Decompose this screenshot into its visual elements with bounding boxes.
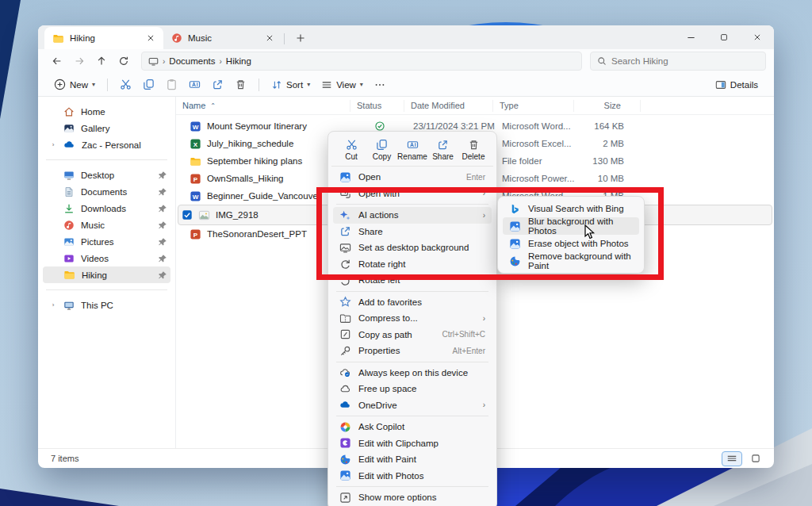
menu-item-set-as-desktop-background[interactable]: Set as desktop background	[333, 240, 492, 256]
menu-item-add-to-favorites[interactable]: Add to favorites	[333, 294, 492, 311]
menu-item-onedrive[interactable]: OneDrive›	[333, 397, 492, 414]
rename-button[interactable]	[184, 75, 205, 94]
minimize-button[interactable]	[674, 25, 707, 49]
menu-item-edit-with-paint[interactable]: Edit with Paint	[333, 451, 492, 468]
tab-label: Music	[188, 33, 258, 43]
context-strip-share[interactable]: Share	[428, 137, 458, 163]
menu-item-ai-actions[interactable]: AI actions›	[333, 207, 492, 224]
details-view-toggle[interactable]	[722, 451, 742, 466]
context-strip-cut[interactable]: Cut	[336, 137, 366, 163]
sidebar-item-pictures[interactable]: Pictures	[43, 233, 170, 250]
sort-button[interactable]: Sort ▾	[266, 75, 315, 94]
delete-button[interactable]	[230, 75, 251, 94]
svg-text:X: X	[193, 140, 198, 148]
expander-icon[interactable]: ›	[49, 301, 57, 309]
view-icon	[321, 79, 332, 90]
new-tab-button[interactable]	[291, 29, 310, 48]
pin-icon	[158, 270, 167, 280]
sidebar-item-home[interactable]: Home	[43, 103, 170, 120]
column-header-name[interactable]: Name⌃	[176, 100, 350, 112]
menu-item-label: Open	[358, 172, 459, 182]
breadcrumb[interactable]: › Documents › Hiking	[141, 52, 582, 71]
menu-item-always-keep-on-this-device[interactable]: Always keep on this device	[333, 365, 492, 381]
menu-item-copy-as-path[interactable]: Copy as pathCtrl+Shift+C	[333, 327, 492, 343]
more-options-button[interactable]	[370, 75, 390, 94]
menu-item-edit-with-clipchamp[interactable]: Edit with Clipchamp	[333, 435, 492, 452]
search-box[interactable]	[590, 52, 766, 71]
toolbar-separator	[259, 79, 259, 91]
menu-item-open-with[interactable]: Open with›	[333, 186, 492, 202]
sidebar-item-zac-personal[interactable]: ›Zac - Personal	[43, 136, 170, 153]
column-header-status[interactable]: Status	[350, 100, 404, 112]
onedrive-icon	[339, 399, 351, 411]
paint-icon	[339, 454, 351, 466]
share-button[interactable]	[207, 75, 228, 94]
search-input[interactable]	[611, 56, 759, 66]
sidebar-item-desktop[interactable]: Desktop	[43, 167, 170, 183]
menu-item-open[interactable]: OpenEnter	[333, 169, 492, 186]
view-button[interactable]: View ▾	[316, 75, 368, 94]
rotate-right-icon	[339, 258, 351, 270]
file-name: July_hiking_schedule	[207, 139, 293, 148]
menu-item-free-up-space[interactable]: Free up space	[333, 381, 492, 397]
svg-text:W: W	[193, 123, 199, 130]
sidebar-item-videos[interactable]: Videos	[43, 250, 170, 266]
column-header-date[interactable]: Date Modified	[404, 100, 493, 112]
sidebar-item-label: Hiking	[82, 270, 151, 280]
menu-separator	[336, 291, 488, 292]
sidebar-item-music[interactable]: Music	[43, 217, 170, 233]
file-size: 2 MB	[576, 139, 643, 148]
sidebar-item-gallery[interactable]: Gallery	[43, 120, 170, 136]
menu-item-show-more-options[interactable]: Show more options	[333, 489, 492, 506]
column-header-size[interactable]: Size	[574, 100, 641, 112]
menu-item-compress-to-[interactable]: Compress to...›	[333, 310, 492, 327]
close-tab-icon[interactable]	[263, 32, 276, 44]
properties-icon	[339, 345, 351, 357]
expander-icon[interactable]: ›	[49, 141, 57, 148]
details-pane-button[interactable]: Details	[710, 75, 763, 94]
copy-button[interactable]	[138, 75, 159, 94]
svg-text:P: P	[193, 231, 198, 238]
forward-button[interactable]	[70, 52, 89, 71]
close-button[interactable]	[741, 25, 774, 49]
clipchamp-icon	[339, 437, 351, 449]
column-header-type[interactable]: Type	[493, 100, 574, 112]
tab-music[interactable]: Music	[163, 27, 282, 49]
menu-item-properties[interactable]: PropertiesAlt+Enter	[333, 343, 492, 359]
context-strip-rename[interactable]: Rename	[397, 137, 427, 163]
menu-item-share[interactable]: Share	[333, 224, 492, 240]
up-button[interactable]	[92, 52, 111, 71]
tab-hiking[interactable]: Hiking	[44, 27, 163, 49]
submenu-item-visual-search-with-bing[interactable]: Visual Search with Bing	[503, 200, 639, 217]
refresh-button[interactable]	[114, 52, 133, 71]
maximize-button[interactable]	[707, 25, 741, 49]
sidebar-item-hiking[interactable]: Hiking	[43, 266, 170, 283]
paste-button[interactable]	[161, 75, 182, 94]
sidebar-item-documents[interactable]: Documents	[43, 183, 170, 200]
menu-item-shortcut: Ctrl+Shift+C	[442, 330, 485, 339]
menu-item-edit-with-photos[interactable]: Edit with Photos	[333, 468, 492, 485]
checkbox-checked-icon[interactable]	[182, 209, 193, 220]
icons-view-toggle[interactable]	[745, 451, 766, 466]
context-strip-delete[interactable]: Delete	[458, 137, 488, 163]
new-button[interactable]: New ▾	[49, 75, 100, 94]
submenu-item-erase-object-with-photos[interactable]: Erase object with Photos	[503, 235, 639, 252]
submenu-item-blur-background-with-photos[interactable]: Blur background with Photos	[503, 217, 639, 235]
context-strip-copy[interactable]: Copy	[367, 137, 397, 163]
chevron-down-icon: ▾	[307, 81, 310, 88]
pin-icon	[158, 204, 167, 213]
menu-item-label: Ask Copilot	[358, 422, 485, 431]
context-menu-quick-actions: CutCopyRenameShareDelete	[331, 135, 493, 167]
breadcrumb-documents[interactable]: Documents	[169, 56, 215, 66]
menu-item-ask-copilot[interactable]: Ask Copilot	[333, 419, 492, 435]
sidebar-item-downloads[interactable]: Downloads	[43, 200, 170, 217]
menu-item-rotate-left[interactable]: Rotate left	[333, 272, 492, 289]
cut-button[interactable]	[115, 75, 136, 94]
photos-icon	[509, 238, 521, 250]
breadcrumb-hiking[interactable]: Hiking	[226, 56, 251, 66]
back-button[interactable]	[48, 52, 67, 71]
close-tab-icon[interactable]	[144, 32, 157, 44]
submenu-item-remove-background-with-paint[interactable]: Remove background with Paint	[503, 252, 639, 270]
menu-item-rotate-right[interactable]: Rotate right	[333, 256, 492, 273]
sidebar-item-this-pc[interactable]: ›This PC	[43, 297, 170, 313]
